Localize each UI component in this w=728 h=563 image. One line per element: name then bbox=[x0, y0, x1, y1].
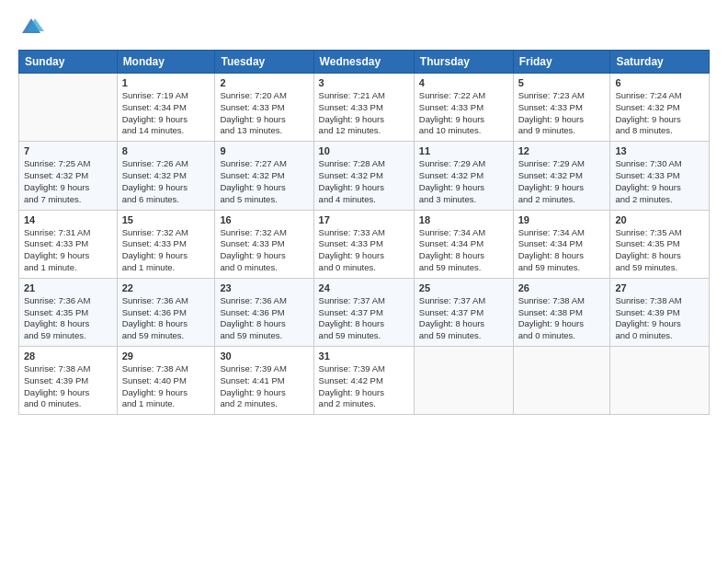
calendar-week-row: 1Sunrise: 7:19 AMSunset: 4:34 PMDaylight… bbox=[19, 74, 710, 142]
calendar-week-row: 14Sunrise: 7:31 AMSunset: 4:33 PMDayligh… bbox=[19, 210, 710, 278]
day-info: Sunrise: 7:34 AMSunset: 4:34 PMDaylight:… bbox=[518, 227, 606, 274]
day-number: 20 bbox=[615, 214, 704, 225]
day-info: Sunrise: 7:34 AMSunset: 4:34 PMDaylight:… bbox=[419, 227, 508, 274]
day-number: 8 bbox=[122, 145, 210, 156]
calendar-header-sunday: Sunday bbox=[19, 51, 118, 74]
day-number: 15 bbox=[122, 214, 210, 225]
calendar-cell: 28Sunrise: 7:38 AMSunset: 4:39 PMDayligh… bbox=[19, 347, 118, 415]
day-number: 25 bbox=[419, 282, 508, 293]
day-info: Sunrise: 7:23 AMSunset: 4:33 PMDaylight:… bbox=[518, 90, 606, 137]
day-number: 5 bbox=[518, 77, 606, 88]
calendar-cell: 8Sunrise: 7:26 AMSunset: 4:32 PMDaylight… bbox=[117, 142, 215, 210]
day-number: 23 bbox=[220, 282, 308, 293]
calendar-header-friday: Friday bbox=[513, 51, 610, 74]
calendar-header-monday: Monday bbox=[117, 51, 215, 74]
calendar-cell: 12Sunrise: 7:29 AMSunset: 4:32 PMDayligh… bbox=[513, 142, 610, 210]
calendar-cell: 1Sunrise: 7:19 AMSunset: 4:34 PMDaylight… bbox=[117, 74, 215, 142]
day-info: Sunrise: 7:33 AMSunset: 4:33 PMDaylight:… bbox=[319, 227, 409, 274]
day-info: Sunrise: 7:22 AMSunset: 4:33 PMDaylight:… bbox=[419, 90, 508, 137]
day-number: 24 bbox=[319, 282, 409, 293]
calendar-header-row: SundayMondayTuesdayWednesdayThursdayFrid… bbox=[19, 51, 710, 74]
day-info: Sunrise: 7:38 AMSunset: 4:39 PMDaylight:… bbox=[24, 363, 112, 410]
day-number: 6 bbox=[615, 77, 704, 88]
day-number: 16 bbox=[220, 214, 308, 225]
day-info: Sunrise: 7:19 AMSunset: 4:34 PMDaylight:… bbox=[122, 90, 210, 137]
calendar-cell bbox=[414, 347, 513, 415]
calendar-cell: 20Sunrise: 7:35 AMSunset: 4:35 PMDayligh… bbox=[610, 210, 710, 278]
calendar: SundayMondayTuesdayWednesdayThursdayFrid… bbox=[18, 50, 710, 415]
day-number: 22 bbox=[122, 282, 210, 293]
day-number: 7 bbox=[24, 145, 112, 156]
logo bbox=[18, 15, 46, 40]
calendar-cell: 10Sunrise: 7:28 AMSunset: 4:32 PMDayligh… bbox=[313, 142, 414, 210]
calendar-cell: 19Sunrise: 7:34 AMSunset: 4:34 PMDayligh… bbox=[513, 210, 610, 278]
day-info: Sunrise: 7:38 AMSunset: 4:38 PMDaylight:… bbox=[518, 295, 606, 342]
day-number: 9 bbox=[220, 145, 308, 156]
day-info: Sunrise: 7:27 AMSunset: 4:32 PMDaylight:… bbox=[220, 158, 308, 205]
calendar-cell bbox=[513, 347, 610, 415]
calendar-cell: 6Sunrise: 7:24 AMSunset: 4:32 PMDaylight… bbox=[610, 74, 710, 142]
calendar-cell: 22Sunrise: 7:36 AMSunset: 4:36 PMDayligh… bbox=[117, 278, 215, 346]
calendar-week-row: 21Sunrise: 7:36 AMSunset: 4:35 PMDayligh… bbox=[19, 278, 710, 346]
calendar-cell: 4Sunrise: 7:22 AMSunset: 4:33 PMDaylight… bbox=[414, 74, 513, 142]
calendar-cell: 9Sunrise: 7:27 AMSunset: 4:32 PMDaylight… bbox=[215, 142, 313, 210]
calendar-cell: 23Sunrise: 7:36 AMSunset: 4:36 PMDayligh… bbox=[215, 278, 313, 346]
day-info: Sunrise: 7:37 AMSunset: 4:37 PMDaylight:… bbox=[419, 295, 508, 342]
day-info: Sunrise: 7:29 AMSunset: 4:32 PMDaylight:… bbox=[419, 158, 508, 205]
day-info: Sunrise: 7:35 AMSunset: 4:35 PMDaylight:… bbox=[615, 227, 704, 274]
day-number: 3 bbox=[319, 77, 409, 88]
calendar-cell: 7Sunrise: 7:25 AMSunset: 4:32 PMDaylight… bbox=[19, 142, 118, 210]
day-number: 4 bbox=[419, 77, 508, 88]
calendar-cell: 29Sunrise: 7:38 AMSunset: 4:40 PMDayligh… bbox=[117, 347, 215, 415]
calendar-header-wednesday: Wednesday bbox=[313, 51, 414, 74]
day-number: 19 bbox=[518, 214, 606, 225]
day-number: 14 bbox=[24, 214, 112, 225]
day-info: Sunrise: 7:32 AMSunset: 4:33 PMDaylight:… bbox=[220, 227, 308, 274]
calendar-header-tuesday: Tuesday bbox=[215, 51, 313, 74]
calendar-header-thursday: Thursday bbox=[414, 51, 513, 74]
calendar-cell: 24Sunrise: 7:37 AMSunset: 4:37 PMDayligh… bbox=[313, 278, 414, 346]
day-info: Sunrise: 7:26 AMSunset: 4:32 PMDaylight:… bbox=[122, 158, 210, 205]
calendar-cell: 27Sunrise: 7:38 AMSunset: 4:39 PMDayligh… bbox=[610, 278, 710, 346]
day-info: Sunrise: 7:39 AMSunset: 4:42 PMDaylight:… bbox=[319, 363, 409, 410]
day-info: Sunrise: 7:38 AMSunset: 4:40 PMDaylight:… bbox=[122, 363, 210, 410]
day-number: 28 bbox=[24, 350, 112, 362]
day-info: Sunrise: 7:36 AMSunset: 4:36 PMDaylight:… bbox=[122, 295, 210, 342]
day-number: 12 bbox=[518, 145, 606, 156]
calendar-cell: 31Sunrise: 7:39 AMSunset: 4:42 PMDayligh… bbox=[313, 347, 414, 415]
calendar-cell: 17Sunrise: 7:33 AMSunset: 4:33 PMDayligh… bbox=[313, 210, 414, 278]
day-info: Sunrise: 7:25 AMSunset: 4:32 PMDaylight:… bbox=[24, 158, 112, 205]
calendar-cell: 14Sunrise: 7:31 AMSunset: 4:33 PMDayligh… bbox=[19, 210, 118, 278]
calendar-cell: 15Sunrise: 7:32 AMSunset: 4:33 PMDayligh… bbox=[117, 210, 215, 278]
calendar-cell: 3Sunrise: 7:21 AMSunset: 4:33 PMDaylight… bbox=[313, 74, 414, 142]
calendar-cell: 18Sunrise: 7:34 AMSunset: 4:34 PMDayligh… bbox=[414, 210, 513, 278]
calendar-cell: 30Sunrise: 7:39 AMSunset: 4:41 PMDayligh… bbox=[215, 347, 313, 415]
day-info: Sunrise: 7:32 AMSunset: 4:33 PMDaylight:… bbox=[122, 227, 210, 274]
day-info: Sunrise: 7:36 AMSunset: 4:36 PMDaylight:… bbox=[220, 295, 308, 342]
day-info: Sunrise: 7:24 AMSunset: 4:32 PMDaylight:… bbox=[615, 90, 704, 137]
calendar-cell: 2Sunrise: 7:20 AMSunset: 4:33 PMDaylight… bbox=[215, 74, 313, 142]
calendar-cell: 21Sunrise: 7:36 AMSunset: 4:35 PMDayligh… bbox=[19, 278, 118, 346]
calendar-cell: 26Sunrise: 7:38 AMSunset: 4:38 PMDayligh… bbox=[513, 278, 610, 346]
day-number: 30 bbox=[220, 350, 308, 362]
calendar-cell: 11Sunrise: 7:29 AMSunset: 4:32 PMDayligh… bbox=[414, 142, 513, 210]
day-number: 27 bbox=[615, 282, 704, 293]
day-info: Sunrise: 7:37 AMSunset: 4:37 PMDaylight:… bbox=[319, 295, 409, 342]
day-info: Sunrise: 7:38 AMSunset: 4:39 PMDaylight:… bbox=[615, 295, 704, 342]
calendar-week-row: 28Sunrise: 7:38 AMSunset: 4:39 PMDayligh… bbox=[19, 347, 710, 415]
day-info: Sunrise: 7:21 AMSunset: 4:33 PMDaylight:… bbox=[319, 90, 409, 137]
day-info: Sunrise: 7:31 AMSunset: 4:33 PMDaylight:… bbox=[24, 227, 112, 274]
calendar-cell bbox=[19, 74, 118, 142]
day-number: 2 bbox=[220, 77, 308, 88]
logo-icon bbox=[18, 15, 44, 40]
day-info: Sunrise: 7:30 AMSunset: 4:33 PMDaylight:… bbox=[615, 158, 704, 205]
calendar-cell: 13Sunrise: 7:30 AMSunset: 4:33 PMDayligh… bbox=[610, 142, 710, 210]
calendar-week-row: 7Sunrise: 7:25 AMSunset: 4:32 PMDaylight… bbox=[19, 142, 710, 210]
day-number: 31 bbox=[319, 350, 409, 362]
day-number: 18 bbox=[419, 214, 508, 225]
day-number: 11 bbox=[419, 145, 508, 156]
day-number: 21 bbox=[24, 282, 112, 293]
calendar-cell bbox=[610, 347, 710, 415]
calendar-cell: 16Sunrise: 7:32 AMSunset: 4:33 PMDayligh… bbox=[215, 210, 313, 278]
day-info: Sunrise: 7:29 AMSunset: 4:32 PMDaylight:… bbox=[518, 158, 606, 205]
